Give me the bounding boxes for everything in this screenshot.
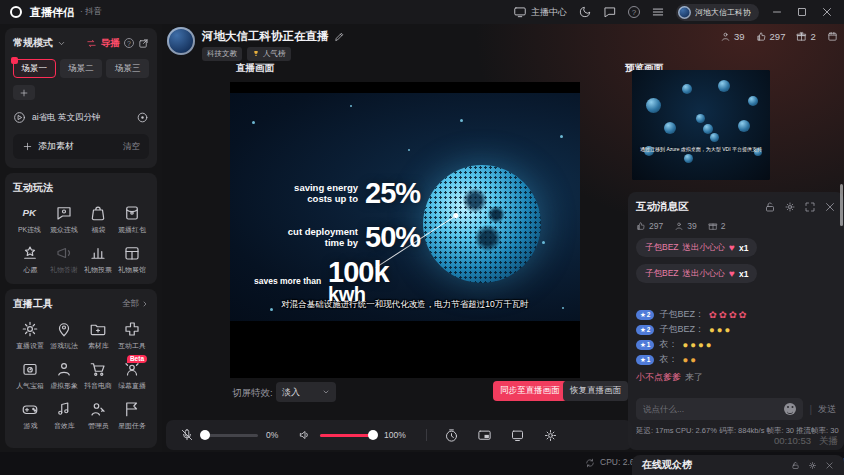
chat-input[interactable] [643, 404, 780, 414]
scene-tab-2[interactable]: 场景二 [60, 59, 103, 78]
chat-message-list[interactable]: ★2 子包BEZ： ✿✿✿✿ ★2 子包BEZ： ●●● ★1 衣： ●●●● … [636, 307, 836, 384]
account-pill[interactable]: 河地大信工科协 [676, 4, 759, 21]
director-toggle[interactable]: 导播 [101, 37, 120, 50]
chat-username: 子包BEZ： [659, 323, 704, 336]
target-icon[interactable] [136, 111, 149, 124]
director-help-icon[interactable]: ? [124, 38, 134, 48]
gear-icon[interactable] [543, 428, 558, 443]
maximize-button[interactable] [795, 5, 809, 19]
tool-star-task[interactable]: 星图任务 [115, 400, 149, 431]
live-video-canvas[interactable]: saving energy costs up to 25% cut deploy… [230, 82, 580, 378]
expand-icon[interactable] [804, 201, 816, 213]
output-slider-thumb[interactable] [368, 430, 378, 440]
plus-icon [19, 88, 29, 98]
entrance-action: 来了 [685, 371, 703, 384]
interact-audience-link[interactable]: 观众连线 [47, 204, 81, 235]
tool-live-settings[interactable]: 直播设置 [13, 320, 47, 351]
preview-video[interactable]: 通过迁移到 Azure 虚拟桌面，为大型 VDI 平台提供支持 [632, 70, 770, 180]
panel-title: 互动消息区 [636, 200, 689, 214]
transition-dropdown[interactable]: 淡入 [276, 382, 336, 402]
anchor-center-button[interactable]: 主播中心 [513, 5, 567, 19]
item-label: 礼物答谢 [50, 265, 78, 274]
gift-wall-icon [123, 244, 141, 262]
speaker-icon[interactable] [298, 428, 312, 442]
chat-message: ★2 子包BEZ： ●●● [636, 322, 836, 337]
dark-mode-icon[interactable] [578, 5, 592, 19]
mic-muted-icon[interactable] [180, 428, 194, 442]
chat-input-box[interactable] [636, 398, 803, 420]
thumbs-up-icon [636, 221, 646, 231]
tool-game[interactable]: 游戏 [13, 400, 47, 431]
interact-panel: 互动玩法 PK PK连线 观众连线 福袋 观播红包 [5, 173, 157, 284]
record-card-icon[interactable] [827, 31, 838, 42]
rank-tag[interactable]: 人气榜 [247, 47, 291, 61]
scene-tab-3[interactable]: 场景三 [106, 59, 149, 78]
tools-all-link[interactable]: 全部 [122, 298, 149, 310]
chevron-right-icon [141, 300, 149, 308]
tool-admin[interactable]: 管理员 [81, 400, 115, 431]
menu-icon[interactable] [651, 5, 665, 19]
interact-red-packet[interactable]: 观播红包 [115, 204, 149, 235]
app-logo-icon [10, 6, 22, 18]
pip-icon[interactable] [477, 428, 492, 443]
feedback-icon[interactable] [603, 5, 617, 19]
interact-lucky-bag[interactable]: 福袋 [81, 204, 115, 235]
interact-wish[interactable]: 心愿 [13, 244, 47, 275]
tool-material-library[interactable]: 素材库 [81, 320, 115, 351]
tool-sound-library[interactable]: 音效库 [47, 400, 81, 431]
tool-interact-tools[interactable]: 互动工具 [115, 320, 149, 351]
tool-green-screen[interactable]: Beta 绿幕直播 [115, 360, 149, 391]
tool-popularity-chest[interactable]: 人气宝箱 [13, 360, 47, 391]
clear-button[interactable]: 清空 [123, 141, 140, 153]
restore-live-button[interactable]: 恢复直播画面 [563, 381, 628, 401]
close-icon[interactable] [824, 201, 836, 213]
item-label: 星图任务 [118, 421, 146, 430]
refresh-icon[interactable] [585, 458, 595, 468]
output-volume-slider[interactable] [320, 434, 376, 437]
pk-icon: PK [21, 204, 39, 222]
interact-section-title: 互动玩法 [13, 181, 53, 195]
interact-gift-thanks[interactable]: 礼物答谢 [47, 244, 81, 275]
send-button[interactable]: 发送 [818, 403, 836, 416]
interact-pk-link[interactable]: PK PK连线 [13, 204, 47, 235]
mode-selector[interactable]: 常规模式 [13, 36, 53, 50]
mic-slider-thumb[interactable] [200, 430, 210, 440]
interact-gift-wall[interactable]: 礼物展馆 [115, 244, 149, 275]
scrollbar[interactable] [840, 184, 843, 226]
item-label: 素材库 [88, 341, 109, 350]
tool-ecommerce[interactable]: 抖音电商 [81, 360, 115, 391]
add-material-row[interactable]: 添加素材 清空 [13, 134, 149, 159]
gear-icon[interactable] [808, 461, 817, 470]
external-link-icon[interactable] [138, 38, 149, 49]
like-count-value: 297 [770, 31, 786, 42]
close-button[interactable] [820, 5, 834, 19]
minimize-button[interactable] [770, 5, 784, 19]
interact-gift-vote[interactable]: 礼物投票 [81, 244, 115, 275]
unlock-icon[interactable] [764, 201, 776, 213]
tool-virtual-avatar[interactable]: 虚拟形象 [47, 360, 81, 391]
chat-message: ★2 子包BEZ： ✿✿✿✿ [636, 307, 836, 322]
stream-title: 河地大信工科协正在直播 [202, 29, 329, 44]
video-stat2-value: 50% [365, 221, 420, 254]
media-source-row[interactable]: ai省电 英文四分钟 [13, 111, 149, 124]
mic-volume-slider[interactable] [202, 434, 258, 437]
gift-count: 2 [796, 31, 815, 42]
gear-icon[interactable] [784, 201, 796, 213]
tools-section-title: 直播工具 [13, 297, 53, 311]
tool-gameplay[interactable]: 游戏玩法 [47, 320, 81, 351]
person-icon [674, 221, 684, 231]
timer-icon[interactable] [444, 428, 459, 443]
sync-to-live-button[interactable]: 同步至直播画面 [493, 381, 567, 401]
edit-icon[interactable] [334, 31, 345, 42]
scene-tab-1[interactable]: 场景一 [13, 59, 56, 78]
viewer-count: 39 [720, 31, 745, 42]
music-note-icon [55, 400, 73, 418]
entrance-username: 小不点爹爹 [636, 371, 681, 384]
display-icon[interactable] [510, 428, 525, 443]
close-icon[interactable] [825, 461, 834, 470]
viewer-count-value: 39 [734, 31, 745, 42]
unlock-icon[interactable] [791, 461, 800, 470]
add-scene-button[interactable] [13, 85, 35, 100]
help-icon[interactable]: ? [628, 6, 640, 18]
emoji-icon[interactable] [784, 403, 796, 415]
